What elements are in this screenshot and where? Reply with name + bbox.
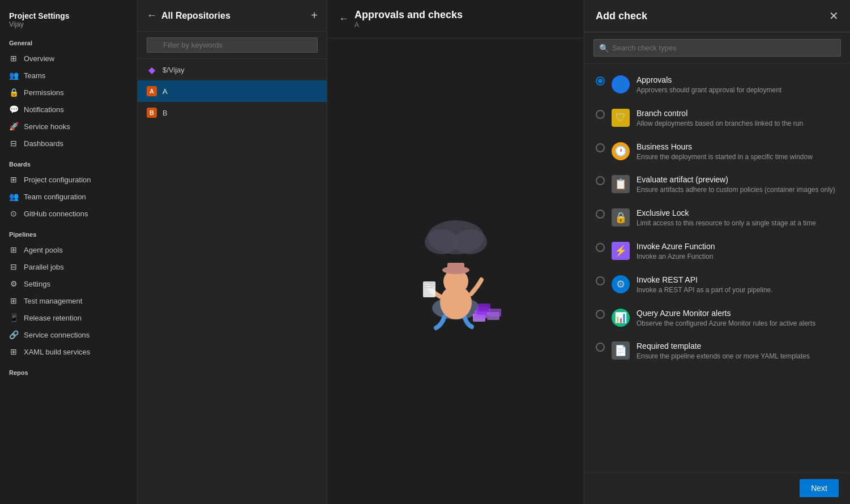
check-desc-exclusive-lock: Limit access to this resource to only a … [637, 219, 839, 228]
sidebar-label-test-management: Test management [24, 297, 82, 305]
sidebar-section-label-general: General [0, 31, 137, 50]
repo-label-repo-a: A [163, 87, 168, 96]
sidebar-icon-agent-pools: ⊞ [9, 245, 18, 254]
sidebar-item-agent-pools[interactable]: ⊞ Agent pools [0, 241, 137, 258]
sidebar-item-overview[interactable]: ⊞ Overview [0, 50, 137, 67]
check-info-required-template: Required template Ensure the pipeline ex… [637, 341, 839, 361]
radio-branch-control[interactable] [596, 110, 605, 119]
sidebar-icon-overview: ⊞ [9, 54, 18, 63]
check-desc-invoke-rest-api: Invoke a REST API as a part of your pipe… [637, 285, 839, 295]
back-button[interactable]: ← [147, 10, 157, 22]
sidebar-label-xaml-build: XAML build services [24, 348, 90, 356]
repo-item-repo-b[interactable]: B B [138, 102, 327, 123]
sidebar-item-github-connections[interactable]: ⊙ GitHub connections [0, 205, 137, 222]
next-button[interactable]: Next [800, 479, 839, 497]
main-subtitle: A [354, 21, 463, 29]
check-icon-exclusive-lock: 🔒 [612, 208, 630, 227]
check-item-invoke-rest-api[interactable]: ⚙ Invoke REST API Invoke a REST API as a… [584, 268, 850, 302]
check-desc-approvals: Approvers should grant approval for depl… [637, 86, 839, 95]
sidebar-item-settings[interactable]: ⚙ Settings [0, 275, 137, 292]
check-info-business-hours: Business Hours Ensure the deployment is … [637, 142, 839, 162]
sidebar-label-notifications: Notifications [24, 105, 64, 114]
check-item-required-template[interactable]: 📄 Required template Ensure the pipeline … [584, 335, 850, 368]
check-desc-required-template: Ensure the pipeline extends one or more … [637, 352, 839, 361]
sidebar-item-xaml-build[interactable]: ⊞ XAML build services [0, 343, 137, 360]
sidebar-item-project-config[interactable]: ⊞ Project configuration [0, 171, 137, 188]
check-list: 👤 Approvals Approvers should grant appro… [584, 64, 850, 472]
add-repo-button[interactable]: + [311, 9, 318, 22]
repo-item-vijay-root[interactable]: ◆ $/Vijay [138, 59, 327, 80]
sidebar-label-parallel-jobs: Parallel jobs [24, 263, 64, 271]
sidebar-header: Project Settings Vijay [0, 7, 137, 31]
check-name-invoke-azure-fn: Invoke Azure Function [637, 242, 839, 251]
radio-business-hours[interactable] [596, 143, 605, 152]
repo-icon-repo-a: A [147, 86, 157, 96]
check-info-invoke-rest-api: Invoke REST API Invoke a REST API as a p… [637, 275, 839, 295]
check-item-business-hours[interactable]: 🕐 Business Hours Ensure the deployment i… [584, 135, 850, 169]
middle-header: ← All Repositories + [138, 0, 327, 32]
check-desc-branch-control: Allow deployments based on branches link… [637, 119, 839, 129]
check-item-invoke-azure-fn[interactable]: ⚡ Invoke Azure Function Invoke an Azure … [584, 235, 850, 268]
main-body [327, 39, 584, 504]
radio-exclusive-lock[interactable] [596, 210, 605, 219]
check-name-business-hours: Business Hours [637, 142, 839, 151]
sidebar-item-permissions[interactable]: 🔒 Permissions [0, 84, 137, 101]
check-info-branch-control: Branch control Allow deployments based o… [637, 109, 839, 129]
sidebar-label-github-connections: GitHub connections [24, 210, 88, 218]
sidebar-icon-notifications: 💬 [9, 105, 18, 114]
sidebar-item-service-connections[interactable]: 🔗 Service connections [0, 326, 137, 343]
sidebar-item-parallel-jobs[interactable]: ⊟ Parallel jobs [0, 258, 137, 275]
illustration [377, 203, 535, 339]
sidebar-item-service-hooks[interactable]: 🚀 Service hooks [0, 118, 137, 135]
sidebar-icon-parallel-jobs: ⊟ [9, 262, 18, 271]
radio-approvals[interactable] [596, 76, 605, 86]
main-back-button[interactable]: ← [339, 13, 349, 25]
check-item-exclusive-lock[interactable]: 🔒 Exclusive Lock Limit access to this re… [584, 202, 850, 235]
sidebar-item-notifications[interactable]: 💬 Notifications [0, 101, 137, 118]
radio-invoke-azure-fn[interactable] [596, 243, 605, 252]
sidebar-item-test-management[interactable]: ⊞ Test management [0, 292, 137, 309]
radio-invoke-rest-api[interactable] [596, 276, 605, 285]
check-name-approvals: Approvals [637, 75, 839, 84]
sidebar-icon-test-management: ⊞ [9, 296, 18, 305]
sidebar-section-label-repos: Repos [0, 360, 137, 379]
middle-panel: ← All Repositories + ⊘ ◆ $/Vijay A A B B [138, 0, 327, 504]
search-bar: 🔍 [584, 32, 850, 64]
radio-evaluate-artifact[interactable] [596, 176, 605, 185]
sidebar-item-team-config[interactable]: 👥 Team configuration [0, 188, 137, 205]
check-icon-branch-control: 🛡 [612, 109, 630, 127]
sidebar-item-dashboards[interactable]: ⊟ Dashboards [0, 135, 137, 152]
main-content: ← Approvals and checks A [327, 0, 584, 504]
check-item-branch-control[interactable]: 🛡 Branch control Allow deployments based… [584, 102, 850, 135]
filter-input[interactable] [147, 37, 318, 53]
main-title: Approvals and checks [354, 9, 463, 21]
check-item-approvals[interactable]: 👤 Approvals Approvers should grant appro… [584, 69, 850, 102]
repo-item-repo-a[interactable]: A A [138, 80, 327, 102]
close-button[interactable]: ✕ [829, 9, 839, 23]
repo-label-repo-b: B [163, 109, 168, 117]
sidebar-section-label-pipelines: Pipelines [0, 222, 137, 241]
repo-label-vijay-root: $/Vijay [163, 66, 185, 74]
check-desc-business-hours: Ensure the deployment is started in a sp… [637, 152, 839, 162]
search-input[interactable] [593, 39, 841, 57]
check-item-query-azure-monitor[interactable]: 📊 Query Azure Monitor alerts Observe the… [584, 302, 850, 335]
sidebar-subtitle: Vijay [9, 20, 128, 28]
svg-rect-9 [424, 283, 434, 284]
filter-bar: ⊘ [138, 32, 327, 59]
svg-rect-11 [424, 287, 432, 288]
check-name-required-template: Required template [637, 341, 839, 351]
sidebar-icon-dashboards: ⊟ [9, 139, 18, 148]
radio-query-azure-monitor[interactable] [596, 310, 605, 319]
check-item-evaluate-artifact[interactable]: 📋 Evaluate artifact (preview) Ensure art… [584, 168, 850, 202]
sidebar-item-teams[interactable]: 👥 Teams [0, 67, 137, 84]
check-icon-invoke-rest-api: ⚙ [612, 275, 630, 293]
repo-icon-repo-b: B [147, 108, 157, 118]
sidebar-item-release-retention[interactable]: 📱 Release retention [0, 309, 137, 326]
radio-required-template[interactable] [596, 343, 605, 352]
right-panel: Add check ✕ 🔍 👤 Approvals Approvers shou… [584, 0, 850, 504]
svg-point-2 [453, 229, 487, 254]
main-header: ← Approvals and checks A [327, 0, 584, 39]
sidebar-icon-project-config: ⊞ [9, 175, 18, 184]
check-icon-approvals: 👤 [612, 75, 630, 93]
right-panel-title: Add check [596, 10, 647, 22]
